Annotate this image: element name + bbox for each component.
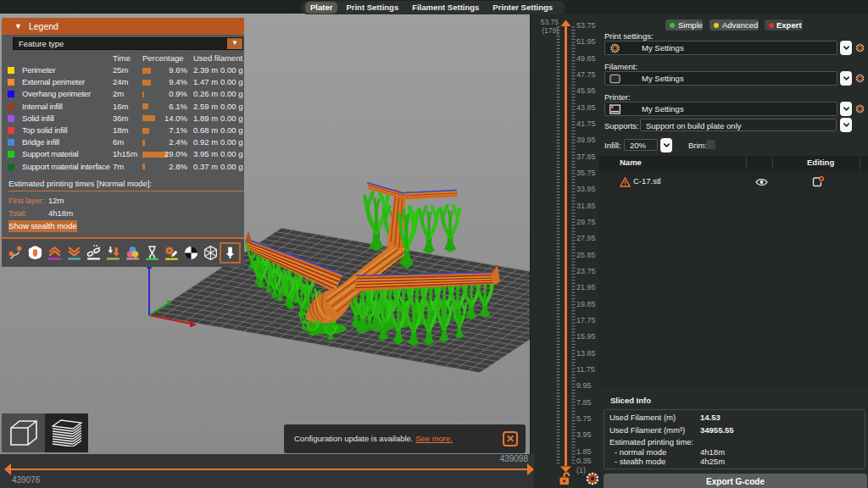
svg-text:27.95: 27.95: [576, 234, 596, 242]
svg-text:15.95: 15.95: [576, 332, 596, 341]
svg-text:19.85: 19.85: [576, 300, 596, 308]
svg-text:21.95: 21.95: [576, 283, 596, 291]
svg-text:33.95: 33.95: [576, 185, 596, 193]
svg-text:49.85: 49.85: [576, 54, 596, 63]
svg-text:39.95: 39.95: [576, 136, 596, 144]
svg-text:35.75: 35.75: [576, 169, 596, 177]
svg-text:11.75: 11.75: [576, 365, 595, 374]
svg-text:17.75: 17.75: [576, 316, 596, 324]
svg-text:41.75: 41.75: [576, 119, 596, 128]
svg-text:5.75: 5.75: [576, 414, 592, 423]
svg-text:9.95: 9.95: [576, 381, 592, 390]
svg-text:51.95: 51.95: [576, 37, 596, 46]
svg-text:0.35: 0.35: [576, 457, 592, 465]
svg-text:47.75: 47.75: [576, 70, 596, 79]
svg-text:45.95: 45.95: [576, 86, 596, 95]
svg-text:31.85: 31.85: [576, 202, 596, 210]
svg-text:25.85: 25.85: [576, 251, 596, 259]
svg-text:3.95: 3.95: [576, 430, 592, 439]
svg-text:(1): (1): [576, 466, 586, 474]
svg-text:43.85: 43.85: [576, 103, 596, 112]
svg-text:13.85: 13.85: [576, 349, 596, 358]
svg-text:37.85: 37.85: [576, 152, 596, 161]
svg-text:53.75: 53.75: [576, 21, 596, 30]
svg-text:1.85: 1.85: [576, 447, 592, 456]
svg-text:23.75: 23.75: [576, 267, 596, 275]
svg-text:29.75: 29.75: [576, 218, 596, 226]
svg-text:7.85: 7.85: [576, 398, 592, 407]
